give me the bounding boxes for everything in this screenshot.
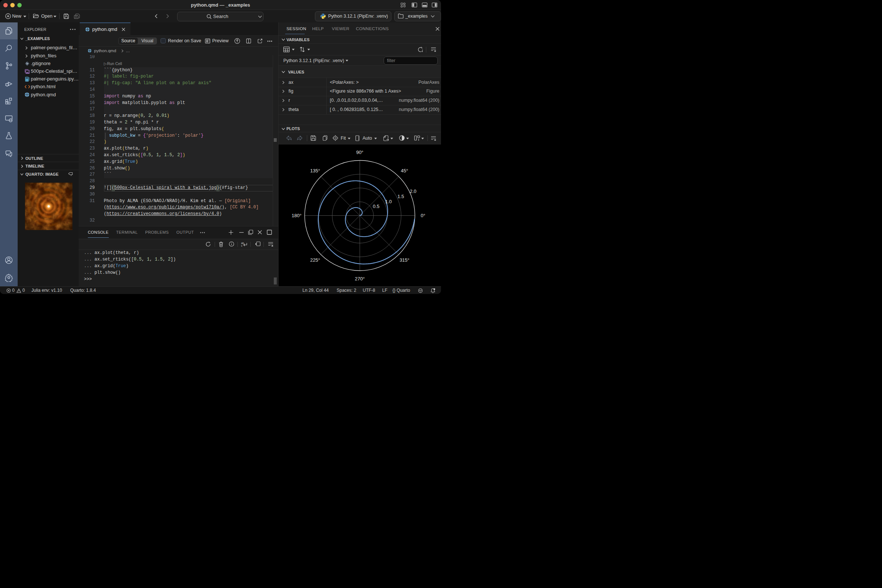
- svg-text:0.5: 0.5: [373, 203, 379, 209]
- svg-text:90°: 90°: [356, 149, 363, 155]
- svg-text:270°: 270°: [355, 276, 365, 281]
- svg-text:c: c: [241, 244, 243, 247]
- svg-text:1.0: 1.0: [385, 198, 392, 204]
- svg-text:315°: 315°: [399, 257, 410, 263]
- svg-text:180°: 180°: [292, 212, 302, 218]
- svg-text:1.5: 1.5: [397, 193, 404, 199]
- svg-text:ab: ab: [241, 242, 244, 244]
- svg-text:2.0: 2.0: [410, 188, 416, 194]
- svg-text:135°: 135°: [310, 168, 320, 174]
- svg-text:225°: 225°: [310, 257, 320, 263]
- svg-text:0°: 0°: [421, 212, 425, 218]
- svg-text:45°: 45°: [401, 168, 408, 174]
